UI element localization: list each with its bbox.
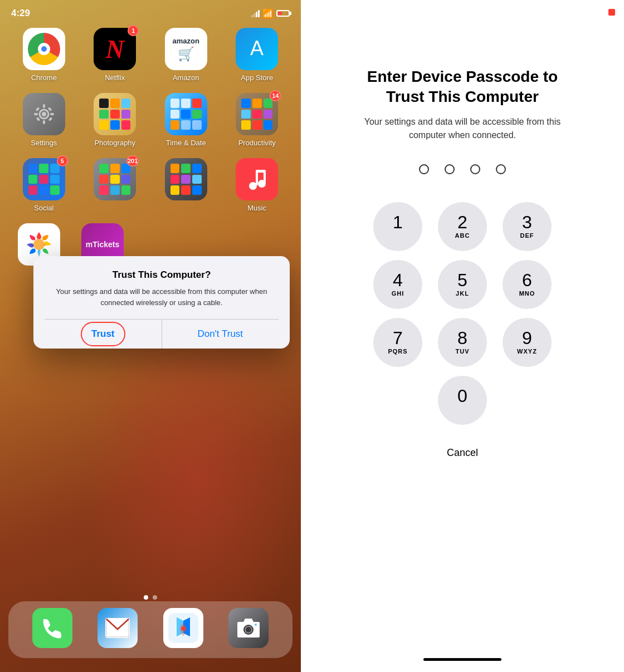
- app-productivity[interactable]: 14 Productivity: [226, 93, 287, 147]
- cancel-button[interactable]: Cancel: [447, 447, 478, 459]
- time-display: 4:29: [11, 8, 30, 19]
- trust-dialog-message: Your settings and data will be accessibl…: [45, 286, 279, 308]
- app-timedate[interactable]: Time & Date: [155, 93, 217, 147]
- timedate-label: Time & Date: [166, 139, 206, 147]
- passcode-screen: Enter Device Passcode to Trust This Comp…: [301, 0, 624, 672]
- netflix-icon[interactable]: 1 N: [94, 28, 136, 70]
- social-icon[interactable]: 5: [23, 158, 65, 200]
- key-9[interactable]: 9 WXYZ: [503, 318, 552, 367]
- appstore-label: App Store: [241, 73, 273, 82]
- music-label: Music: [247, 204, 266, 212]
- camera-icon[interactable]: [228, 608, 269, 648]
- app-appstore[interactable]: A App Store: [226, 28, 287, 82]
- key-4-number: 4: [393, 271, 403, 289]
- dock-phone[interactable]: [30, 608, 75, 651]
- app-grid: Chrome 1 N Netflix amazon 🛒 Amazon: [0, 22, 301, 294]
- page-dot-2: [153, 595, 157, 600]
- app-row-2: Settings Photo: [8, 93, 292, 147]
- dock-mail[interactable]: [95, 608, 140, 651]
- key-6-number: 6: [522, 271, 532, 289]
- folder201-badge: 201: [126, 155, 139, 166]
- key-4[interactable]: 4 GHI: [373, 260, 422, 309]
- dock-camera[interactable]: [226, 608, 271, 651]
- photography-label: Photography: [94, 139, 135, 147]
- app-folder201[interactable]: 201: [84, 158, 145, 212]
- productivity-label: Productivity: [238, 139, 276, 147]
- dock-maps[interactable]: [161, 608, 206, 651]
- app-social[interactable]: 5 Social: [13, 158, 75, 212]
- social-badge: 5: [57, 155, 68, 166]
- status-icons: 📶: [251, 8, 290, 19]
- app-settings[interactable]: Settings: [13, 93, 75, 147]
- folder201-icon[interactable]: 201: [94, 158, 136, 200]
- svg-point-18: [33, 239, 45, 250]
- key-1-number: 1: [393, 213, 403, 231]
- amazon-icon[interactable]: amazon 🛒: [165, 28, 207, 70]
- page-dot-1: [144, 595, 148, 600]
- photography-icon[interactable]: [94, 93, 136, 135]
- key-1[interactable]: 1: [373, 202, 422, 251]
- svg-rect-15: [256, 170, 266, 173]
- page-dots: [144, 595, 157, 600]
- chrome-icon[interactable]: [23, 28, 65, 70]
- folderB-icon[interactable]: [165, 158, 207, 200]
- svg-point-28: [246, 627, 251, 632]
- key-5[interactable]: 5 JKL: [438, 260, 487, 309]
- key-8[interactable]: 8 TUV: [438, 318, 487, 367]
- numpad-row-2: 4 GHI 5 JKL 6 MNO: [373, 260, 552, 309]
- key-8-letters: TUV: [456, 348, 470, 356]
- svg-point-29: [255, 624, 257, 626]
- key-2-number: 2: [457, 213, 467, 231]
- key-7-letters: PQRS: [388, 348, 407, 356]
- dont-trust-button[interactable]: Don't Trust: [162, 320, 279, 349]
- trust-button[interactable]: Trust: [45, 320, 162, 349]
- battery-indicator: [608, 9, 615, 16]
- key-6[interactable]: 6 MNO: [503, 260, 552, 309]
- app-amazon[interactable]: amazon 🛒 Amazon: [155, 28, 217, 82]
- app-netflix[interactable]: 1 N Netflix: [84, 28, 145, 82]
- appstore-icon[interactable]: A: [236, 28, 278, 70]
- svg-rect-7: [35, 107, 40, 111]
- app-chrome[interactable]: Chrome: [13, 28, 75, 82]
- productivity-icon[interactable]: 14: [236, 93, 278, 135]
- phone-icon[interactable]: [32, 608, 72, 648]
- key-5-letters: JKL: [456, 290, 469, 298]
- svg-text:A: A: [250, 37, 264, 60]
- key-8-number: 8: [457, 329, 467, 347]
- svg-point-2: [42, 112, 46, 116]
- chrome-label: Chrome: [31, 73, 57, 82]
- key-7[interactable]: 7 PQRS: [373, 318, 422, 367]
- numpad-row-4: 0: [438, 376, 487, 425]
- passcode-dot-3: [470, 164, 480, 174]
- status-bar: 4:29 📶: [0, 0, 301, 22]
- key-2[interactable]: 2 ABC: [438, 202, 487, 251]
- app-music[interactable]: Music: [226, 158, 287, 212]
- svg-rect-3: [43, 104, 45, 108]
- timedate-icon[interactable]: [165, 93, 207, 135]
- passcode-dots: [419, 164, 506, 174]
- key-6-letters: MNO: [519, 290, 535, 298]
- mail-icon[interactable]: [98, 608, 138, 648]
- svg-rect-6: [50, 113, 54, 115]
- app-photography[interactable]: Photography: [84, 93, 145, 147]
- app-row-1: Chrome 1 N Netflix amazon 🛒 Amazon: [8, 28, 292, 82]
- numpad-row-3: 7 PQRS 8 TUV 9 WXYZ: [373, 318, 552, 367]
- app-row-3: 5 Social: [8, 158, 292, 212]
- key-0[interactable]: 0: [438, 376, 487, 425]
- netflix-badge: 1: [128, 25, 139, 36]
- trust-dialog-title: Trust This Computer?: [45, 269, 279, 281]
- battery-icon: [276, 10, 290, 17]
- passcode-subtitle: Your settings and data will be accessibl…: [362, 115, 563, 142]
- settings-label: Settings: [31, 139, 57, 147]
- productivity-badge: 14: [270, 90, 281, 101]
- app-folderB[interactable]: [155, 158, 217, 212]
- svg-rect-4: [43, 120, 45, 124]
- music-icon[interactable]: [236, 158, 278, 200]
- maps-icon[interactable]: [163, 608, 203, 648]
- key-3[interactable]: 3 DEF: [503, 202, 552, 251]
- key-3-number: 3: [522, 213, 532, 231]
- settings-icon[interactable]: [23, 93, 65, 135]
- trust-buttons: Trust Don't Trust: [45, 319, 279, 349]
- home-indicator: [423, 658, 501, 661]
- key-9-letters: WXYZ: [517, 348, 537, 356]
